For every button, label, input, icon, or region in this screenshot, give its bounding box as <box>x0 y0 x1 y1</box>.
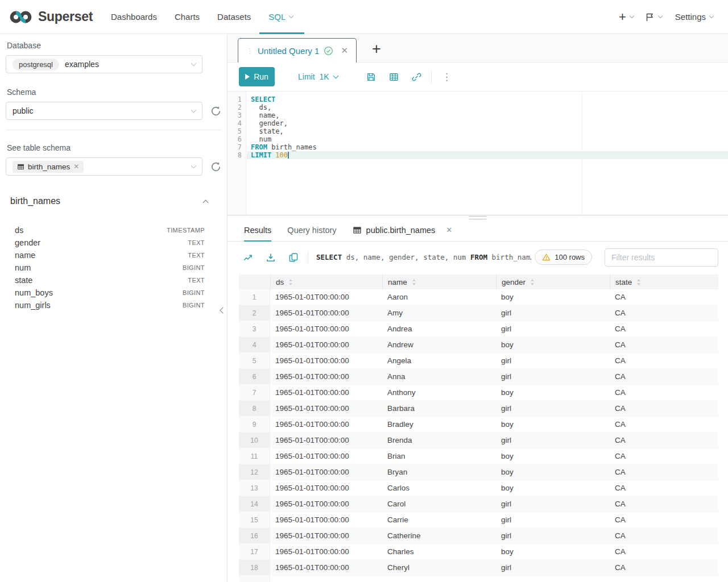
sort-icon[interactable] <box>407 278 416 286</box>
data-cell: Charles <box>382 544 496 559</box>
line-number: 6 <box>228 135 246 143</box>
refresh-tables-button[interactable] <box>210 161 221 172</box>
query-tab[interactable]: ⋮ Untitled Query 1 ✕ <box>238 38 357 63</box>
tab-results[interactable]: Results <box>244 219 271 242</box>
column-name: ds <box>15 226 23 235</box>
sql-editor-area: ⋮ Untitled Query 1 ✕ + Run Limit 1K <box>228 34 728 582</box>
data-cell: CA <box>610 385 718 400</box>
row-number-cell: 10 <box>239 433 270 448</box>
schema-column-row: nameTEXT <box>10 249 217 261</box>
data-cell: 1965-01-01T00:00:00 <box>270 289 382 305</box>
column-header-gender[interactable]: gender <box>496 275 610 289</box>
copy-link-button[interactable] <box>412 72 421 82</box>
drag-handle-icon[interactable]: ⋮ <box>246 47 253 55</box>
data-cell: 1965-01-01T00:00:00 <box>270 512 382 527</box>
column-header-name[interactable]: name <box>382 275 496 289</box>
explore-table-button[interactable] <box>389 72 399 82</box>
table-schema-panel: birth_names dsTIMESTAMPgenderTEXTnameTEX… <box>6 196 221 311</box>
copy-results-button[interactable] <box>288 252 299 263</box>
flag-icon <box>644 12 655 22</box>
code-token: 100 <box>275 151 288 159</box>
column-type: BIGINT <box>183 289 205 296</box>
copy-icon <box>288 252 299 263</box>
nav-item-charts[interactable]: Charts <box>175 0 200 34</box>
row-limit-dropdown[interactable]: Limit 1K <box>298 72 338 81</box>
language-selector[interactable] <box>644 12 662 22</box>
nav-item-label: Datasets <box>217 12 251 22</box>
data-cell: CA <box>610 544 718 559</box>
data-cell: 1965-01-01T00:00:00 <box>270 385 382 400</box>
tab-table-preview[interactable]: public.birth_names ✕ <box>353 219 453 242</box>
close-tab-icon[interactable]: ✕ <box>341 45 348 56</box>
column-header-state[interactable]: state <box>610 275 718 289</box>
line-number: 8 <box>228 151 246 159</box>
sort-icon[interactable] <box>284 278 293 286</box>
results-tab-bar: Results Query history public.birth_names <box>228 219 728 242</box>
create-chart-button[interactable] <box>243 252 253 263</box>
row-number-cell: 14 <box>239 496 270 512</box>
table-icon <box>17 163 24 171</box>
download-csv-button[interactable] <box>266 252 276 263</box>
column-header-ds[interactable]: ds <box>270 275 382 289</box>
superset-logo[interactable]: Superset <box>9 9 93 26</box>
executed-query-preview: SELECT ds, name, gender, state, num FROM… <box>316 253 531 261</box>
table-select[interactable]: birth_names ✕ <box>6 157 202 176</box>
code-token: state, <box>251 127 284 135</box>
save-query-button[interactable] <box>366 72 376 82</box>
schema-column-row: dsTIMESTAMP <box>10 224 217 236</box>
data-cell: 1965-01-01T00:00:00 <box>270 369 382 384</box>
schema-value: public <box>13 106 34 115</box>
row-count-badge[interactable]: 100 rows <box>535 250 592 265</box>
sort-icon[interactable] <box>632 278 641 286</box>
code-token: LIMIT <box>251 151 271 159</box>
run-query-button[interactable]: Run <box>239 67 275 86</box>
code-token: ds, <box>251 103 271 111</box>
table-schema-header[interactable]: birth_names <box>10 196 217 206</box>
table-row: 91965-01-01T00:00:00BradleyboyCA <box>239 417 718 433</box>
link-icon <box>412 72 421 82</box>
results-table-body: 11965-01-01T00:00:00AaronboyCA21965-01-0… <box>239 289 718 582</box>
new-item-button[interactable]: + <box>619 11 634 23</box>
nav-item-datasets[interactable]: Datasets <box>217 0 251 34</box>
header-corner-cell <box>239 275 270 289</box>
data-cell: CA <box>610 480 718 496</box>
nav-item-dashboards[interactable]: Dashboards <box>111 0 157 34</box>
settings-menu[interactable]: Settings <box>675 12 713 22</box>
more-options-icon[interactable]: ⋮ <box>440 71 454 83</box>
code-line: FROM birth_names <box>247 143 728 151</box>
editor-toolbar: Run Limit 1K <box>228 63 728 92</box>
nav-item-sql[interactable]: SQL <box>268 0 293 34</box>
table-row: 51965-01-01T00:00:00AngelagirlCA <box>239 353 718 369</box>
schema-select[interactable]: public <box>6 102 202 120</box>
data-cell: girl <box>496 528 610 543</box>
database-select[interactable]: postgresql examples <box>6 55 202 73</box>
main-nav: DashboardsChartsDatasetsSQL <box>111 0 293 34</box>
row-number-cell: 8 <box>239 401 270 416</box>
warning-triangle-icon <box>542 253 551 261</box>
selected-table-pill: birth_names ✕ <box>13 161 84 173</box>
data-cell: Catherine <box>382 528 496 543</box>
text-cursor <box>288 152 289 159</box>
data-cell: girl <box>496 321 610 336</box>
data-cell: 1965-01-01T00:00:00 <box>270 305 382 321</box>
filter-results-input[interactable] <box>605 248 718 267</box>
data-cell: Anna <box>382 369 496 384</box>
row-number-cell: 11 <box>239 448 270 464</box>
database-engine-tag: postgresql <box>13 59 59 70</box>
code-line: state, <box>247 127 728 135</box>
schema-column-row: genderTEXT <box>10 236 217 249</box>
close-preview-tab-icon[interactable]: ✕ <box>446 226 452 234</box>
sql-code-editor[interactable]: 12345678 SELECT ds, name, gender, state,… <box>228 92 728 215</box>
plus-icon: + <box>619 11 626 23</box>
code-lines[interactable]: SELECT ds, name, gender, state, numFROM … <box>247 92 728 159</box>
table-schema-title: birth_names <box>10 196 60 206</box>
row-number-cell: 16 <box>239 528 270 543</box>
refresh-schema-button[interactable] <box>210 106 221 117</box>
collapse-sidebar-handle[interactable] <box>221 305 225 315</box>
sort-icon[interactable] <box>526 278 535 286</box>
tab-query-history-label: Query history <box>287 226 336 235</box>
data-cell: girl <box>496 353 610 368</box>
remove-table-icon[interactable]: ✕ <box>73 163 79 170</box>
tab-query-history[interactable]: Query history <box>287 219 336 242</box>
new-query-tab-button[interactable]: + <box>372 41 381 57</box>
